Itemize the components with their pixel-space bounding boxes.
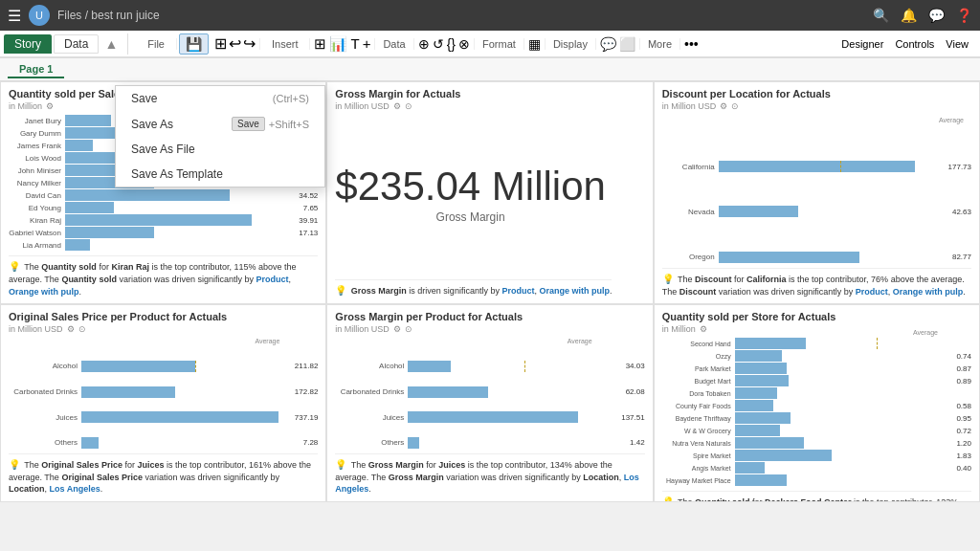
- panel5-settings-icon[interactable]: ⚙: [393, 324, 401, 334]
- bar-label: Janet Bury: [9, 117, 61, 125]
- panel-gross-margin-product: Gross Margin per Product for Actuals in …: [326, 304, 653, 502]
- avatar[interactable]: U: [29, 5, 50, 26]
- data-icon-2[interactable]: ↺: [433, 36, 444, 52]
- bar-label: John Miniser: [9, 166, 61, 175]
- panel2-settings-icon[interactable]: ⚙: [393, 101, 401, 111]
- bar-label: W & W Grocery: [662, 428, 731, 434]
- bar-label: Hayway Market Place: [662, 477, 731, 484]
- menu-item-saveastemplate[interactable]: Save As Template: [116, 162, 324, 187]
- bar-label: James Frank: [9, 142, 61, 150]
- toolbar-icon-3[interactable]: ↪: [243, 34, 256, 53]
- bar-row-oregon: Oregon 82.77: [662, 252, 971, 263]
- bar-label: Nancy Milker: [9, 179, 61, 187]
- menu-saveasfile-label: Save As File: [131, 143, 195, 156]
- right-tab-view[interactable]: View: [946, 38, 969, 50]
- bar-label: Juices: [335, 413, 404, 422]
- panel-quantity-store: Quantity sold per Store for Actuals in M…: [654, 304, 980, 502]
- insert-chart-icon[interactable]: 📊: [329, 35, 347, 53]
- insert-table-icon[interactable]: ⊞: [314, 35, 326, 53]
- toolbar-icon-1[interactable]: ⊞: [214, 34, 227, 53]
- bar-row-nevada: Nevada 42.63: [662, 206, 971, 217]
- more-icon[interactable]: •••: [684, 36, 699, 52]
- chat-icon[interactable]: 💬: [928, 8, 945, 23]
- format-icon[interactable]: ▦: [528, 36, 541, 52]
- bar-row: Carbonated Drinks 172.82: [9, 386, 318, 398]
- bar-row: Angis Market0.40: [662, 462, 971, 474]
- ribbon-group-format[interactable]: Format: [474, 38, 524, 50]
- bar-row: Alcohol 211.82: [9, 361, 318, 372]
- ribbon-group-file[interactable]: File: [136, 38, 177, 50]
- notification-icon[interactable]: 🔔: [901, 8, 917, 23]
- bar-row: Alcohol 34.03: [335, 361, 644, 372]
- bar-label: Angis Market: [662, 465, 731, 472]
- panel3-subtitle: in Million USD ⚙ ⊙: [662, 101, 971, 111]
- ribbon-group-more[interactable]: More: [639, 38, 680, 50]
- panel5-subtitle: in Million USD ⚙ ⊙: [335, 324, 644, 334]
- bar-row: Nutra Vera Naturals1.20: [662, 437, 971, 449]
- search-icon[interactable]: 🔍: [873, 8, 889, 23]
- panel3-title: Discount per Location for Actuals: [662, 88, 971, 99]
- bar-label: Gabriel Watson: [9, 229, 61, 237]
- bar-row: Others 7.28: [9, 437, 318, 449]
- panel3-filter-icon[interactable]: ⊙: [731, 101, 739, 111]
- collapse-icon[interactable]: ▲: [104, 36, 118, 52]
- panel3-insight: 💡 The Discount for California is the top…: [662, 268, 971, 298]
- panel3-chart: Average California 177.73 Nevada 42.63 O…: [662, 126, 971, 264]
- display-icon-2[interactable]: ⬜: [619, 36, 635, 52]
- bar-label: Alcohol: [9, 362, 78, 370]
- top-bar: ☰ U Files / best run juice 🔍 🔔 💬 ❓: [0, 0, 980, 31]
- bar-row: W & W Grocery0.72: [662, 425, 971, 436]
- data-icon-4[interactable]: ⊗: [458, 36, 470, 52]
- bar-label: Ozzy: [662, 353, 731, 360]
- bar-label: Park Market: [662, 365, 731, 372]
- bar-label: Lia Armand: [9, 241, 61, 250]
- tab-data[interactable]: Data: [54, 34, 99, 54]
- insert-shape-icon[interactable]: +: [363, 35, 371, 52]
- menu-item-saveas[interactable]: Save As Save +Shift+S: [116, 111, 324, 137]
- panel-sales-price: Original Sales Price per Product for Act…: [0, 304, 326, 502]
- panel2-filter-icon[interactable]: ⊙: [405, 101, 412, 111]
- hamburger-icon[interactable]: ☰: [8, 7, 21, 25]
- menu-saveastemplate-label: Save As Template: [131, 167, 223, 181]
- display-icon-1[interactable]: 💬: [600, 36, 616, 52]
- ribbon-group-display[interactable]: Display: [545, 38, 596, 50]
- insert-text-icon[interactable]: T: [350, 35, 359, 52]
- bar-row: Juices 137.51: [335, 411, 644, 423]
- save-icon: 💾: [186, 36, 202, 52]
- toolbar-icon-2[interactable]: ↩: [229, 34, 241, 53]
- tab-story[interactable]: Story: [4, 34, 52, 54]
- panel2-title: Gross Margin for Actuals: [335, 88, 460, 99]
- ribbon-group-insert[interactable]: Insert: [259, 38, 311, 50]
- ribbon: Story Data ▲ File 💾 ⊞ ↩ ↪ Insert ⊞: [0, 31, 980, 58]
- panel4-filter-icon[interactable]: ⊙: [78, 324, 86, 334]
- right-tab-designer[interactable]: Designer: [841, 38, 883, 50]
- bar-label: County Fair Foods: [662, 403, 731, 409]
- right-tab-controls[interactable]: Controls: [895, 38, 934, 50]
- bar-row: Ozzy0.74: [662, 350, 971, 362]
- kpi-label: Gross Margin: [436, 210, 505, 224]
- avg-label5: Average: [568, 338, 592, 344]
- data-icon-1[interactable]: ⊕: [418, 36, 430, 52]
- data-icon-3[interactable]: {}: [447, 36, 456, 52]
- ribbon-group-data[interactable]: Data: [374, 38, 413, 50]
- bar-row: Hayway Market Place: [662, 474, 971, 486]
- bar-label: Others: [9, 438, 78, 447]
- bar-label: Spire Market: [662, 452, 731, 459]
- panel1-settings-icon[interactable]: ⚙: [46, 101, 54, 111]
- help-icon[interactable]: ❓: [956, 8, 972, 23]
- panel5-filter-icon[interactable]: ⊙: [405, 324, 412, 334]
- menu-item-saveasfile[interactable]: Save As File: [116, 137, 324, 162]
- menu-item-save[interactable]: Save (Ctrl+S): [116, 86, 324, 111]
- sub-tab-page1[interactable]: Page 1: [8, 61, 64, 78]
- panel-discount: Discount per Location for Actuals in Mil…: [654, 81, 980, 304]
- save-button-active[interactable]: 💾: [179, 33, 209, 55]
- panel4-settings-icon[interactable]: ⚙: [67, 324, 75, 334]
- bar-row: Others 1.42: [335, 437, 644, 449]
- panel6-settings-icon[interactable]: ⚙: [700, 324, 707, 334]
- bar-label: Gary Dumm: [9, 129, 61, 138]
- panel2-insight: 💡 Gross Margin is driven significantly b…: [335, 279, 612, 298]
- menu-save-label: Save: [131, 92, 157, 105]
- ribbon-tabs: Story Data ▲ File 💾 ⊞ ↩ ↪ Insert ⊞: [0, 31, 980, 57]
- panel3-settings-icon[interactable]: ⚙: [720, 101, 727, 111]
- bar-row-california: California 177.73: [662, 161, 971, 172]
